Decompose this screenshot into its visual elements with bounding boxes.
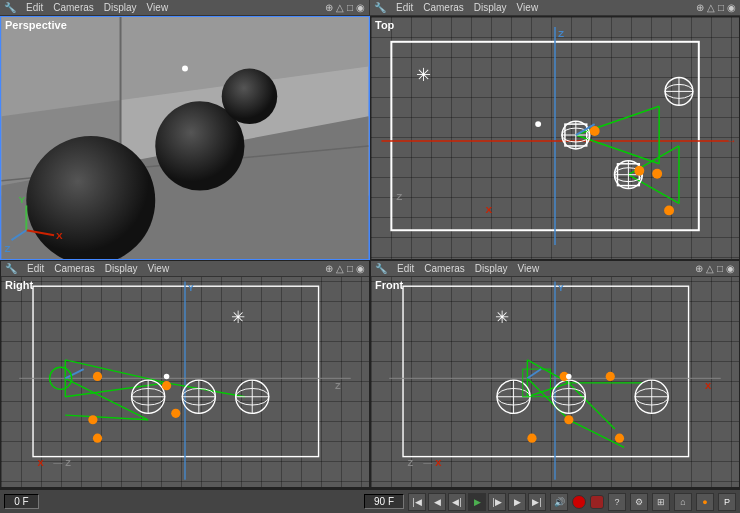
svg-point-82 [93,434,102,443]
top-menubar: 🔧 Edit Cameras Display View ⊕ △ □ ◉ [370,0,740,16]
svg-point-8 [222,69,278,125]
preview-button[interactable]: P [718,493,736,511]
svg-point-6 [26,136,155,259]
front-display[interactable]: Display [475,263,508,274]
top-cameras[interactable]: Cameras [423,2,464,13]
viewport-top[interactable]: Z X → Z X ✳ [370,16,740,260]
right-scene-svg: Y Z X — Z ✳ [1,277,369,487]
right-edit[interactable]: Edit [27,263,44,274]
svg-point-81 [88,415,97,424]
right-icon4: ◉ [356,263,365,274]
svg-point-80 [171,409,180,418]
perspective-menu-icons: ⊕ △ □ ◉ [325,2,365,13]
front-view[interactable]: View [518,263,540,274]
front-icon1: ⊕ [695,263,703,274]
svg-text:X: X [486,204,493,215]
help-button[interactable]: ? [608,493,626,511]
perspective-display[interactable]: Display [104,2,137,13]
record-button[interactable] [572,495,586,509]
svg-point-45 [590,126,600,136]
top-menu-icons: ⊕ △ □ ◉ [696,2,736,13]
front-tool-icon: 🔧 [375,263,387,274]
svg-text:Z: Z [4,243,10,254]
svg-text:→: → [727,135,737,146]
perspective-edit[interactable]: Edit [26,2,43,13]
current-frame: 0 F [4,494,39,509]
svg-point-117 [615,434,624,443]
svg-text:Z: Z [558,28,564,39]
svg-rect-51 [33,286,319,456]
svg-line-31 [628,175,679,204]
icon-ot2: ◉ [727,2,736,13]
icon-sq: □ [347,2,353,13]
perspective-scene-svg: X Y Z [1,17,369,259]
go-end-button[interactable]: ▶| [528,493,546,511]
svg-point-50 [535,121,541,127]
svg-text:Z: Z [65,458,71,468]
right-icon1: ⊕ [325,263,333,274]
svg-text:—: — [423,458,433,468]
perspective-cameras[interactable]: Cameras [53,2,94,13]
right-tool-icon: 🔧 [5,263,17,274]
settings-button[interactable]: ⚙ [630,493,648,511]
prev-frame-button[interactable]: ◀ [428,493,446,511]
front-cameras[interactable]: Cameras [424,263,465,274]
home-button[interactable]: ⌂ [674,493,692,511]
svg-text:—: — [53,458,63,468]
svg-text:Z: Z [396,191,402,202]
svg-line-64 [65,415,148,420]
svg-text:✳: ✳ [231,308,245,327]
render-button[interactable]: ● [696,493,714,511]
svg-text:X: X [705,381,712,391]
audio-button[interactable]: 🔊 [550,493,568,511]
top-view[interactable]: View [517,2,539,13]
top-display[interactable]: Display [474,2,507,13]
svg-text:Y: Y [188,283,194,293]
top-scene-svg: Z X → Z X ✳ [371,17,739,259]
right-view[interactable]: View [148,263,170,274]
svg-point-84 [164,374,170,380]
svg-text:X: X [435,458,442,468]
perspective-menubar: 🔧 Edit Cameras Display View ⊕ △ □ ◉ [0,0,370,16]
grid-button[interactable]: ⊞ [652,493,670,511]
icon-sq2: □ [718,2,724,13]
play-button[interactable]: ▶ [468,493,486,511]
svg-text:Z: Z [408,458,414,468]
perspective-label: Perspective [5,19,67,31]
top-edit[interactable]: Edit [396,2,413,13]
svg-line-120 [527,369,541,378]
svg-point-48 [652,169,662,179]
prev-key-button[interactable]: ◀| [448,493,466,511]
next-key-button[interactable]: |▶ [488,493,506,511]
next-frame-button[interactable]: ▶ [508,493,526,511]
svg-line-101 [569,420,624,448]
total-frames: 90 F [364,494,404,509]
viewport-front[interactable]: 🔧 Edit Cameras Display View ⊕ △ □ ◉ Y X … [370,260,740,488]
svg-point-78 [93,372,102,381]
svg-text:Z: Z [335,381,341,391]
front-icon2: △ [706,263,714,274]
statusbar: 0 F 90 F |◀ ◀ ◀| ▶ |▶ ▶ ▶| 🔊 ? ⚙ ⊞ ⌂ ● P [0,488,740,513]
right-cameras[interactable]: Cameras [54,263,95,274]
front-icon3: □ [717,263,723,274]
front-icon4: ◉ [726,263,735,274]
svg-text:✳: ✳ [416,65,431,85]
right-icon3: □ [347,263,353,274]
record2-button[interactable] [590,495,604,509]
svg-point-116 [564,415,573,424]
go-start-button[interactable]: |◀ [408,493,426,511]
viewport-perspective[interactable]: X Y Z Perspective [0,16,370,260]
svg-line-99 [569,383,615,429]
viewport-right[interactable]: 🔧 Edit Cameras Display View ⊕ △ □ ◉ Y Z … [0,260,370,488]
svg-point-47 [664,205,674,215]
front-label: Front [375,279,403,291]
front-edit[interactable]: Edit [397,263,414,274]
perspective-view[interactable]: View [147,2,169,13]
svg-point-79 [162,381,171,390]
icon-ot: ◉ [356,2,365,13]
svg-point-46 [634,166,644,176]
svg-rect-16 [391,42,698,230]
icon-move: ⊕ [325,2,333,13]
svg-text:Y: Y [558,283,564,293]
right-display[interactable]: Display [105,263,138,274]
